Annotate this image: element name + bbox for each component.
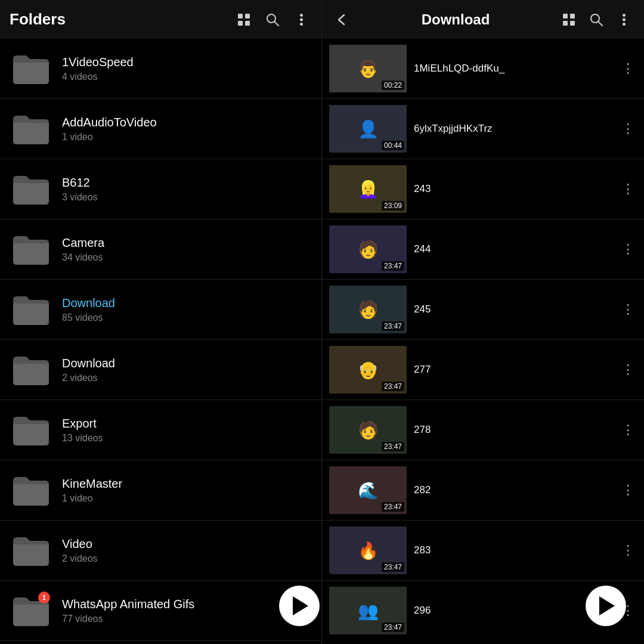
folder-icon xyxy=(10,168,52,210)
video-more-icon[interactable]: ⋮ xyxy=(619,58,637,79)
folder-list: 1VideoSpeed 4 videos AddAudioToVideo 1 v… xyxy=(0,39,321,644)
video-more-icon[interactable]: ⋮ xyxy=(619,480,637,500)
folder-name: Download xyxy=(62,296,312,310)
video-more-icon[interactable]: ⋮ xyxy=(619,360,637,380)
folder-item[interactable]: 1 WhatsApp Animated Gifs 77 videos xyxy=(0,581,321,640)
folder-item[interactable]: AddAudioToVideo 1 video xyxy=(0,99,321,159)
video-duration: 23:47 xyxy=(382,261,404,271)
folder-badge: 1 xyxy=(38,592,50,603)
svg-rect-1 xyxy=(245,14,250,18)
folder-icon-wrapper xyxy=(10,469,52,512)
video-list: 👨 00:22 1MiELhLQD-ddfKu_ ⋮ 👤 00:44 6ylxT… xyxy=(322,39,644,644)
folder-icon xyxy=(10,529,52,572)
right-more-icon[interactable] xyxy=(613,9,634,30)
video-item[interactable]: 👨 00:22 1MiELhLQD-ddfKu_ ⋮ xyxy=(322,39,644,98)
back-icon[interactable] xyxy=(332,9,353,30)
video-item[interactable]: 🧑 23:47 278 ⋮ xyxy=(322,400,644,460)
folder-name: Video xyxy=(62,537,312,551)
more-options-icon[interactable] xyxy=(290,9,312,30)
folder-item[interactable]: KineMaster 1 video xyxy=(0,460,321,520)
folder-info: AddAudioToVideo 1 video xyxy=(62,116,312,143)
folder-item[interactable]: Download 85 videos xyxy=(0,280,321,339)
left-panel: Folders xyxy=(0,0,322,644)
folder-icon-wrapper xyxy=(10,168,52,210)
video-name: 243 xyxy=(414,183,612,195)
video-name: 278 xyxy=(414,424,612,436)
video-duration: 23:47 xyxy=(382,502,404,512)
svg-point-16 xyxy=(623,18,626,21)
search-icon[interactable] xyxy=(262,9,283,30)
video-thumbnail: 👱‍♀️ 23:09 xyxy=(329,165,407,213)
video-duration: 23:47 xyxy=(382,623,404,632)
folder-item[interactable]: 1VideoSpeed 4 videos xyxy=(0,39,321,98)
video-more-icon[interactable]: ⋮ xyxy=(619,179,637,199)
video-name: 1MiELhLQD-ddfKu_ xyxy=(414,63,612,75)
svg-point-17 xyxy=(623,23,626,26)
folder-name: Download xyxy=(62,357,312,370)
folder-icon xyxy=(10,228,52,271)
folder-count: 34 videos xyxy=(62,252,312,263)
video-item[interactable]: 🌊 23:47 282 ⋮ xyxy=(322,460,644,520)
folder-name: 1VideoSpeed xyxy=(62,55,312,69)
video-name: 282 xyxy=(414,484,612,496)
folder-icon xyxy=(10,107,52,150)
folder-count: 13 videos xyxy=(62,433,312,444)
right-grid-icon[interactable] xyxy=(558,9,580,30)
folder-count: 1 video xyxy=(62,132,312,143)
video-item[interactable]: 🧑 23:47 244 ⋮ xyxy=(322,219,644,279)
folder-icon xyxy=(10,469,52,512)
right-search-icon[interactable] xyxy=(586,9,607,30)
video-duration: 23:47 xyxy=(382,562,404,572)
video-item[interactable]: 🔥 23:47 283 ⋮ xyxy=(322,521,644,580)
folder-name: B612 xyxy=(62,176,312,190)
svg-rect-3 xyxy=(245,21,250,26)
right-panel: Download 👨 00: xyxy=(322,0,644,644)
folder-item[interactable]: Export 13 videos xyxy=(0,400,321,460)
video-item[interactable]: 👱‍♀️ 23:09 243 ⋮ xyxy=(322,159,644,219)
video-item[interactable]: 👴 23:47 277 ⋮ xyxy=(322,340,644,400)
folder-item[interactable]: Video 2 videos xyxy=(0,521,321,580)
video-duration: 00:44 xyxy=(382,141,404,150)
folder-icon xyxy=(10,47,52,90)
video-thumbnail: 🌊 23:47 xyxy=(329,466,407,514)
video-more-icon[interactable]: ⋮ xyxy=(619,420,637,440)
video-more-icon[interactable]: ⋮ xyxy=(619,119,637,139)
svg-line-14 xyxy=(598,21,602,26)
folder-item[interactable]: B612 3 videos xyxy=(0,159,321,219)
folder-count: 77 videos xyxy=(62,614,312,624)
svg-point-6 xyxy=(300,14,303,17)
svg-rect-2 xyxy=(238,21,243,26)
grid-view-icon[interactable] xyxy=(233,9,255,30)
video-more-icon[interactable]: ⋮ xyxy=(619,540,637,561)
folder-item[interactable]: Camera 34 videos xyxy=(0,219,321,279)
svg-rect-0 xyxy=(238,14,243,18)
video-duration: 23:09 xyxy=(382,201,404,210)
play-fab-left[interactable] xyxy=(279,586,320,626)
video-duration: 23:47 xyxy=(382,382,404,391)
folder-info: WhatsApp Animated Gifs 77 videos xyxy=(62,597,312,624)
download-title: Download xyxy=(359,11,552,28)
svg-point-15 xyxy=(623,14,626,17)
video-thumbnail: 👴 23:47 xyxy=(329,346,407,394)
folder-name: AddAudioToVideo xyxy=(62,116,312,129)
folder-info: Export 13 videos xyxy=(62,417,312,444)
video-item[interactable]: 🧑 23:47 245 ⋮ xyxy=(322,280,644,339)
folder-count: 2 videos xyxy=(62,553,312,564)
play-fab-right[interactable] xyxy=(586,586,626,626)
folder-name: Export xyxy=(62,417,312,431)
svg-rect-9 xyxy=(563,14,568,18)
video-more-icon[interactable]: ⋮ xyxy=(619,299,637,320)
folder-name: WhatsApp Animated Gifs xyxy=(62,597,312,611)
folder-info: Camera 34 videos xyxy=(62,236,312,263)
folder-item[interactable]: WhatsApp Documents xyxy=(0,641,321,644)
svg-line-5 xyxy=(274,21,278,26)
folder-item[interactable]: Download 2 videos xyxy=(0,340,321,400)
folder-name: KineMaster xyxy=(62,477,312,491)
folder-icon-wrapper xyxy=(10,348,52,391)
svg-rect-11 xyxy=(563,21,568,26)
video-name: 6ylxTxpjjdHKxTrz xyxy=(414,123,612,135)
video-more-icon[interactable]: ⋮ xyxy=(619,239,637,259)
folder-icon-wrapper xyxy=(10,408,52,451)
video-item[interactable]: 👤 00:44 6ylxTxpjjdHKxTrz ⋮ xyxy=(322,99,644,159)
video-duration: 23:47 xyxy=(382,442,404,451)
